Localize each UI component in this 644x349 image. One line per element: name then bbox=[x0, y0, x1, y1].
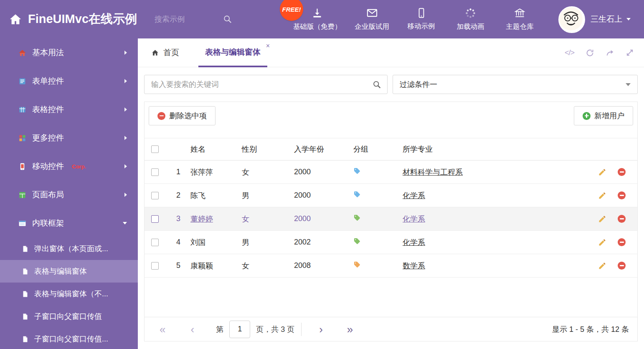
select-all-checkbox[interactable] bbox=[151, 145, 159, 153]
avatar[interactable] bbox=[558, 6, 585, 33]
tag-icon bbox=[353, 237, 361, 245]
source-code-icon[interactable]: </> bbox=[565, 48, 574, 57]
sidebar-subitem-grid-edit-window-2[interactable]: 表格与编辑窗体（不... bbox=[0, 283, 138, 305]
edit-icon[interactable] bbox=[598, 168, 606, 176]
header-search-input[interactable] bbox=[154, 15, 218, 24]
add-user-button[interactable]: 新增用户 bbox=[574, 106, 633, 125]
sidebar-subitem-child-to-parent[interactable]: 子窗口向父窗口传值 bbox=[0, 305, 138, 328]
tab-home[interactable]: 首页 bbox=[151, 38, 179, 67]
tab-grid-edit-window[interactable]: 表格与编辑窗体 × bbox=[198, 38, 267, 67]
chevron-down-icon bbox=[626, 18, 631, 20]
close-icon[interactable]: × bbox=[266, 43, 270, 49]
row-checkbox[interactable] bbox=[151, 168, 159, 176]
col-header-year: 入学年份 bbox=[291, 144, 350, 154]
sidebar-item-form-controls[interactable]: 表单控件 bbox=[0, 67, 138, 95]
file-icon bbox=[22, 245, 29, 252]
filter-dropdown[interactable]: 过滤条件一 bbox=[393, 75, 638, 94]
nav-item-loading-animation[interactable]: 加载动画 bbox=[446, 0, 495, 38]
sidebar-item-basic-usage[interactable]: 基本用法 bbox=[0, 38, 138, 67]
sidebar-subitem-grid-edit-window[interactable]: 表格与编辑窗体 bbox=[0, 260, 138, 283]
row-year: 2002 bbox=[291, 238, 350, 247]
mobile-icon bbox=[18, 163, 26, 171]
chevron-right-icon bbox=[124, 51, 127, 55]
edit-icon[interactable] bbox=[598, 191, 606, 200]
row-name: 刘国 bbox=[187, 237, 238, 247]
main-content: 首页 表格与编辑窗体 × </> bbox=[138, 38, 644, 349]
delete-icon[interactable] bbox=[618, 238, 626, 246]
expand-icon[interactable] bbox=[626, 48, 634, 57]
edit-icon[interactable] bbox=[598, 262, 606, 270]
sidebar-item-label: 表格控件 bbox=[32, 104, 64, 115]
next-page-button[interactable]: › bbox=[319, 324, 323, 335]
chevron-right-icon bbox=[124, 136, 127, 140]
tab-label: 首页 bbox=[163, 47, 179, 58]
chevron-right-icon bbox=[124, 107, 127, 112]
layout-icon bbox=[18, 191, 26, 199]
app-window: FineUIMvc在线示例 FREE! 基础版（免费） 企业版试用 bbox=[0, 0, 644, 349]
tag-icon bbox=[353, 191, 361, 198]
delete-icon[interactable] bbox=[618, 191, 626, 199]
data-grid: 姓名 性别 入学年份 分组 所学专业 1 张萍萍 女 2000 材料科学与工程系 bbox=[145, 138, 637, 278]
page-number-input[interactable] bbox=[229, 321, 250, 338]
home-icon bbox=[9, 13, 22, 25]
row-checkbox[interactable] bbox=[151, 262, 159, 270]
search-icon[interactable] bbox=[223, 15, 232, 24]
row-year: 2000 bbox=[291, 191, 350, 200]
row-checkbox[interactable] bbox=[151, 239, 159, 246]
tab-tools: </> bbox=[565, 38, 644, 67]
widgets-icon bbox=[18, 134, 26, 142]
major-link[interactable]: 材料科学与工程系 bbox=[403, 168, 463, 176]
user-menu[interactable]: 三生石上 bbox=[591, 0, 631, 38]
envelope-icon bbox=[366, 7, 378, 19]
first-page-button[interactable]: « bbox=[160, 324, 165, 335]
major-link[interactable]: 化学系 bbox=[403, 191, 425, 200]
major-link[interactable]: 化学系 bbox=[403, 238, 425, 247]
delete-icon[interactable] bbox=[618, 262, 626, 270]
sidebar-item-inline-frame[interactable]: 内联框架 bbox=[0, 209, 138, 237]
sidebar-subitem-label: 弹出窗体（本页面或... bbox=[34, 244, 108, 254]
delete-icon[interactable] bbox=[618, 168, 626, 176]
brand[interactable]: FineUIMvc在线示例 bbox=[0, 11, 137, 28]
sidebar-item-grid-controls[interactable]: 表格控件 bbox=[0, 95, 138, 124]
col-header-gender: 性别 bbox=[238, 144, 291, 154]
sidebar-item-label: 内联框架 bbox=[32, 218, 64, 229]
delete-selected-button[interactable]: 删除选中项 bbox=[149, 106, 216, 125]
form-icon bbox=[18, 77, 26, 85]
sidebar-item-mobile-controls[interactable]: 移动控件 Corp. bbox=[0, 152, 138, 181]
sidebar-subitem-popup-window[interactable]: 弹出窗体（本页面或... bbox=[0, 237, 138, 260]
row-index: 1 bbox=[165, 168, 187, 176]
nav-item-basic-edition[interactable]: FREE! 基础版（免费） bbox=[287, 0, 347, 38]
table-row: 1 张萍萍 女 2000 材料科学与工程系 bbox=[145, 160, 637, 184]
header-nav: FREE! 基础版（免费） 企业版试用 移动示例 bbox=[287, 0, 545, 38]
row-year: 2000 bbox=[291, 168, 350, 176]
page-label-prefix: 第 bbox=[216, 324, 223, 334]
edit-icon[interactable] bbox=[598, 215, 606, 223]
nav-item-theme-store[interactable]: 主题仓库 bbox=[495, 0, 545, 38]
sidebar-subitem-child-to-parent-2[interactable]: 子窗口向父窗口传值... bbox=[0, 328, 138, 349]
nav-item-mobile-demo[interactable]: 移动示例 bbox=[397, 0, 446, 38]
share-icon[interactable] bbox=[606, 48, 614, 57]
last-page-button[interactable]: » bbox=[347, 324, 353, 335]
major-link[interactable]: 化学系 bbox=[403, 215, 425, 223]
sidebar-item-more-controls[interactable]: 更多控件 bbox=[0, 124, 138, 152]
keyword-search-input[interactable] bbox=[150, 80, 373, 89]
grid-panel: 删除选中项 新增用户 姓名 性别 入学年份 分组 所学专业 bbox=[144, 102, 638, 341]
sidebar-item-page-layout[interactable]: 页面布局 bbox=[0, 181, 138, 209]
row-checkbox[interactable] bbox=[151, 192, 159, 199]
sidebar-item-label: 基本用法 bbox=[32, 47, 64, 58]
frame-icon bbox=[18, 219, 26, 227]
major-link[interactable]: 数学系 bbox=[403, 262, 425, 270]
sidebar-subitem-label: 子窗口向父窗口传值... bbox=[34, 334, 108, 344]
nav-item-enterprise-trial[interactable]: 企业版试用 bbox=[347, 0, 397, 38]
edit-icon[interactable] bbox=[598, 238, 606, 247]
table-row: 2 陈飞 男 2000 化学系 bbox=[145, 184, 637, 207]
row-checkbox[interactable] bbox=[151, 215, 159, 223]
search-icon[interactable] bbox=[373, 80, 381, 89]
tag-icon bbox=[353, 261, 361, 268]
sidebar-subitem-label: 表格与编辑窗体 bbox=[34, 266, 87, 276]
refresh-icon[interactable] bbox=[586, 48, 594, 57]
row-gender: 女 bbox=[238, 167, 291, 177]
delete-icon[interactable] bbox=[618, 215, 626, 223]
prev-page-button[interactable]: ‹ bbox=[190, 324, 194, 335]
home-icon bbox=[18, 49, 26, 57]
